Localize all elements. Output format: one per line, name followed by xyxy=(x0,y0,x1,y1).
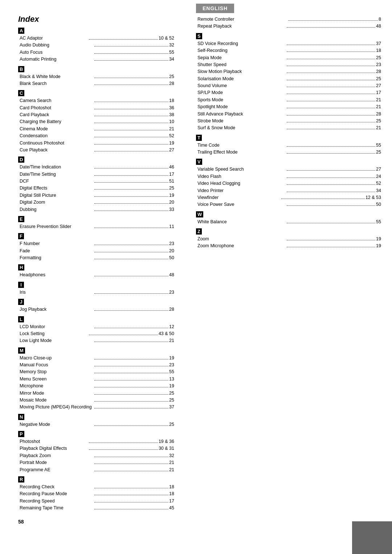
entry-name: Trailing Effect Mode xyxy=(197,149,286,156)
entry-dots xyxy=(94,259,168,259)
entry-name: SD Voice Recording xyxy=(197,40,286,47)
entry-name: Blank Search xyxy=(20,80,94,87)
entry-name: Recording Speed xyxy=(20,498,94,505)
section-header-a: A xyxy=(18,28,174,34)
index-entry: Card Playback38 xyxy=(18,111,174,118)
entry-name: Remaining Tape Time xyxy=(20,505,94,512)
entry-page: 25 xyxy=(169,397,174,404)
index-entry: Photoshot19 & 36 xyxy=(18,438,174,445)
entry-page: 21 xyxy=(169,467,174,473)
entry-page: 25 xyxy=(169,421,174,428)
entry-page: 12 xyxy=(169,323,174,330)
entry-page: 46 xyxy=(169,164,174,171)
entry-page: 28 xyxy=(169,306,174,313)
section-letter-l: L xyxy=(18,316,24,322)
index-entry: Repeat Playback48 xyxy=(196,23,381,30)
entry-dots xyxy=(94,211,168,211)
index-entry: Time Code55 xyxy=(196,142,381,149)
entry-page: 19 xyxy=(169,140,174,147)
entry-name: SP/LP Mode xyxy=(197,89,286,96)
entry-name: Photoshot xyxy=(20,438,88,445)
entry-dots xyxy=(287,170,375,171)
section-letter-f: F xyxy=(18,233,24,239)
entry-dots xyxy=(287,87,375,87)
entry-name: White Balance xyxy=(197,219,286,225)
entry-page: 25 xyxy=(376,118,381,125)
entry-dots xyxy=(94,373,168,373)
entry-name: Jog Playback xyxy=(20,306,94,313)
entry-dots xyxy=(287,122,375,122)
entry-dots xyxy=(94,509,168,509)
entry-page: 18 xyxy=(169,484,174,490)
entry-dots xyxy=(94,276,168,276)
entry-dots xyxy=(94,130,168,130)
entry-name: Fade xyxy=(20,248,94,254)
entry-dots xyxy=(94,137,168,137)
entry-name: Camera Search xyxy=(20,97,94,104)
entry-page: 30 & 31 xyxy=(159,445,174,452)
entry-name: Zoom xyxy=(197,236,286,243)
section-header-i: I xyxy=(18,282,174,288)
entry-page: 23 xyxy=(169,289,174,296)
entry-dots xyxy=(89,449,158,450)
section-letter-a: A xyxy=(18,28,24,34)
entry-dots xyxy=(94,471,168,471)
entry-name: Solarisation Mode xyxy=(197,76,286,82)
section-letter-h: H xyxy=(18,264,24,270)
entry-name: Repeat Playback xyxy=(197,23,286,30)
index-entry: Variable Speed Search27 xyxy=(196,166,381,173)
entry-page: 27 xyxy=(169,147,174,154)
index-entry: Iris23 xyxy=(18,289,174,296)
entry-dots xyxy=(89,335,158,335)
entry-dots xyxy=(94,293,168,294)
index-entry: Programme AE21 xyxy=(18,467,174,473)
entry-page: 21 xyxy=(169,337,174,344)
index-entry: Cue Playback27 xyxy=(18,147,174,154)
index-entry: Erasure Prevention Slider11 xyxy=(18,223,174,230)
entry-page: 17 xyxy=(169,171,174,178)
entry-name: Slow Motion Playback xyxy=(197,68,286,75)
entry-dots xyxy=(94,488,168,488)
entry-dots xyxy=(94,116,168,116)
entry-name: Erasure Prevention Slider xyxy=(20,223,94,230)
entry-dots xyxy=(89,39,158,40)
section-header-e: E xyxy=(18,216,174,222)
index-entry: Headphones48 xyxy=(18,272,174,278)
entry-dots xyxy=(287,129,375,129)
entry-page: 34 xyxy=(169,56,174,63)
entry-dots xyxy=(287,80,375,80)
entry-name: Charging the Battery xyxy=(20,118,94,125)
entry-page: 48 xyxy=(169,272,174,278)
entry-page: 38 xyxy=(169,111,174,118)
entry-name: Black & White Mode xyxy=(20,73,94,80)
index-entry: Trailing Effect Mode25 xyxy=(196,149,381,156)
entry-page: 21 xyxy=(169,126,174,133)
entry-dots xyxy=(287,94,375,94)
entry-dots xyxy=(94,182,168,183)
entry-dots xyxy=(94,245,168,245)
index-entry: Remote Controller8 xyxy=(196,16,381,23)
index-entry: Continuous Photoshot19 xyxy=(18,140,174,147)
index-entry: Formatting50 xyxy=(18,254,174,261)
entry-page: 50 xyxy=(169,254,174,261)
entry-dots xyxy=(94,78,168,78)
index-title: Index xyxy=(18,15,174,24)
index-entry: DCF51 xyxy=(18,178,174,185)
entry-page: 25 xyxy=(169,73,174,80)
index-entry: Camera Search18 xyxy=(18,97,174,104)
index-entry: Condensation52 xyxy=(18,133,174,139)
entry-name: Condensation xyxy=(20,133,94,139)
entry-name: DCF xyxy=(20,178,94,185)
index-entry: Charging the Battery10 xyxy=(18,118,174,125)
entry-name: Video Head Clogging xyxy=(197,180,286,187)
entry-name: Menu Screen xyxy=(20,376,94,383)
index-entry: Card Photoshot36 xyxy=(18,105,174,111)
entry-dots xyxy=(94,102,168,102)
entry-page: 20 xyxy=(169,199,174,206)
entry-name: Card Playback xyxy=(20,111,94,118)
entry-page: 28 xyxy=(169,80,174,87)
english-tab-container: ENGLISH xyxy=(196,4,381,16)
entry-dots xyxy=(288,20,378,21)
index-entry: Sound Volume27 xyxy=(196,82,381,89)
index-entry: White Balance55 xyxy=(196,219,381,225)
